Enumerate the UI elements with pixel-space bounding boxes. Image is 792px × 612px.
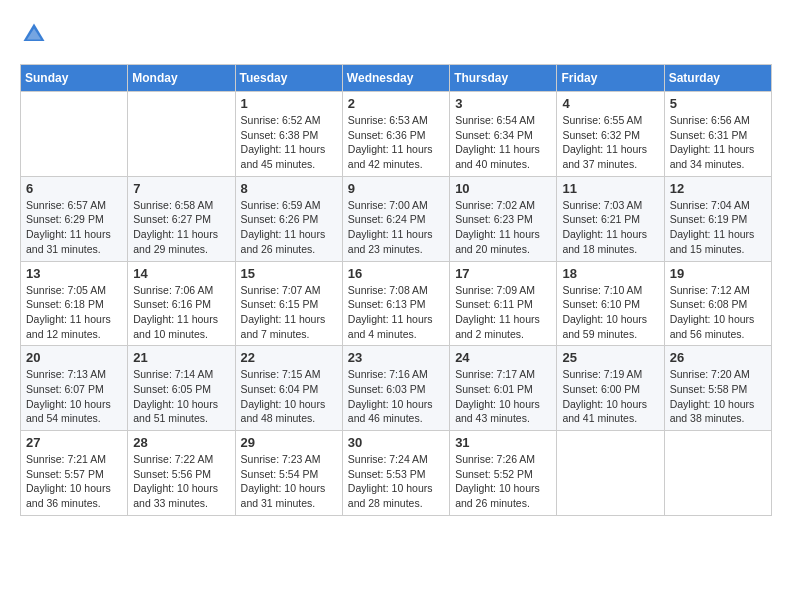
- calendar-cell: 18Sunrise: 7:10 AMSunset: 6:10 PMDayligh…: [557, 261, 664, 346]
- calendar-cell: 6Sunrise: 6:57 AMSunset: 6:29 PMDaylight…: [21, 176, 128, 261]
- day-info: Sunrise: 7:23 AMSunset: 5:54 PMDaylight:…: [241, 452, 337, 511]
- day-number: 24: [455, 350, 551, 365]
- calendar-cell: 10Sunrise: 7:02 AMSunset: 6:23 PMDayligh…: [450, 176, 557, 261]
- day-info: Sunrise: 7:09 AMSunset: 6:11 PMDaylight:…: [455, 283, 551, 342]
- day-of-week-header: Sunday: [21, 65, 128, 92]
- day-number: 3: [455, 96, 551, 111]
- day-number: 23: [348, 350, 444, 365]
- calendar-cell: 30Sunrise: 7:24 AMSunset: 5:53 PMDayligh…: [342, 431, 449, 516]
- calendar-cell: 1Sunrise: 6:52 AMSunset: 6:38 PMDaylight…: [235, 92, 342, 177]
- day-number: 12: [670, 181, 766, 196]
- day-info: Sunrise: 7:16 AMSunset: 6:03 PMDaylight:…: [348, 367, 444, 426]
- day-info: Sunrise: 7:02 AMSunset: 6:23 PMDaylight:…: [455, 198, 551, 257]
- day-number: 16: [348, 266, 444, 281]
- calendar-cell: 15Sunrise: 7:07 AMSunset: 6:15 PMDayligh…: [235, 261, 342, 346]
- day-info: Sunrise: 6:53 AMSunset: 6:36 PMDaylight:…: [348, 113, 444, 172]
- calendar-week-row: 20Sunrise: 7:13 AMSunset: 6:07 PMDayligh…: [21, 346, 772, 431]
- day-number: 20: [26, 350, 122, 365]
- day-number: 6: [26, 181, 122, 196]
- day-info: Sunrise: 7:06 AMSunset: 6:16 PMDaylight:…: [133, 283, 229, 342]
- calendar-cell: [21, 92, 128, 177]
- calendar-cell: 20Sunrise: 7:13 AMSunset: 6:07 PMDayligh…: [21, 346, 128, 431]
- day-number: 29: [241, 435, 337, 450]
- day-info: Sunrise: 7:17 AMSunset: 6:01 PMDaylight:…: [455, 367, 551, 426]
- page-header: [20, 20, 772, 48]
- day-info: Sunrise: 7:00 AMSunset: 6:24 PMDaylight:…: [348, 198, 444, 257]
- calendar-cell: 25Sunrise: 7:19 AMSunset: 6:00 PMDayligh…: [557, 346, 664, 431]
- day-number: 5: [670, 96, 766, 111]
- day-of-week-header: Wednesday: [342, 65, 449, 92]
- day-info: Sunrise: 7:03 AMSunset: 6:21 PMDaylight:…: [562, 198, 658, 257]
- day-number: 31: [455, 435, 551, 450]
- day-number: 14: [133, 266, 229, 281]
- day-of-week-header: Thursday: [450, 65, 557, 92]
- day-info: Sunrise: 7:10 AMSunset: 6:10 PMDaylight:…: [562, 283, 658, 342]
- day-number: 15: [241, 266, 337, 281]
- calendar-cell: 29Sunrise: 7:23 AMSunset: 5:54 PMDayligh…: [235, 431, 342, 516]
- day-info: Sunrise: 7:19 AMSunset: 6:00 PMDaylight:…: [562, 367, 658, 426]
- day-info: Sunrise: 7:20 AMSunset: 5:58 PMDaylight:…: [670, 367, 766, 426]
- day-info: Sunrise: 6:54 AMSunset: 6:34 PMDaylight:…: [455, 113, 551, 172]
- day-info: Sunrise: 7:05 AMSunset: 6:18 PMDaylight:…: [26, 283, 122, 342]
- day-number: 8: [241, 181, 337, 196]
- calendar-week-row: 1Sunrise: 6:52 AMSunset: 6:38 PMDaylight…: [21, 92, 772, 177]
- calendar-cell: 11Sunrise: 7:03 AMSunset: 6:21 PMDayligh…: [557, 176, 664, 261]
- calendar-cell: 3Sunrise: 6:54 AMSunset: 6:34 PMDaylight…: [450, 92, 557, 177]
- calendar-cell: 22Sunrise: 7:15 AMSunset: 6:04 PMDayligh…: [235, 346, 342, 431]
- calendar-cell: 13Sunrise: 7:05 AMSunset: 6:18 PMDayligh…: [21, 261, 128, 346]
- day-info: Sunrise: 6:52 AMSunset: 6:38 PMDaylight:…: [241, 113, 337, 172]
- day-of-week-header: Saturday: [664, 65, 771, 92]
- day-number: 9: [348, 181, 444, 196]
- day-info: Sunrise: 7:26 AMSunset: 5:52 PMDaylight:…: [455, 452, 551, 511]
- day-number: 4: [562, 96, 658, 111]
- day-info: Sunrise: 7:13 AMSunset: 6:07 PMDaylight:…: [26, 367, 122, 426]
- day-number: 11: [562, 181, 658, 196]
- logo: [20, 20, 52, 48]
- calendar-cell: 24Sunrise: 7:17 AMSunset: 6:01 PMDayligh…: [450, 346, 557, 431]
- day-number: 26: [670, 350, 766, 365]
- day-number: 21: [133, 350, 229, 365]
- calendar-cell: 16Sunrise: 7:08 AMSunset: 6:13 PMDayligh…: [342, 261, 449, 346]
- day-info: Sunrise: 7:14 AMSunset: 6:05 PMDaylight:…: [133, 367, 229, 426]
- calendar-header-row: SundayMondayTuesdayWednesdayThursdayFrid…: [21, 65, 772, 92]
- day-number: 2: [348, 96, 444, 111]
- day-info: Sunrise: 7:21 AMSunset: 5:57 PMDaylight:…: [26, 452, 122, 511]
- day-info: Sunrise: 7:15 AMSunset: 6:04 PMDaylight:…: [241, 367, 337, 426]
- day-info: Sunrise: 6:59 AMSunset: 6:26 PMDaylight:…: [241, 198, 337, 257]
- calendar-cell: [557, 431, 664, 516]
- day-number: 13: [26, 266, 122, 281]
- calendar-cell: 2Sunrise: 6:53 AMSunset: 6:36 PMDaylight…: [342, 92, 449, 177]
- day-of-week-header: Monday: [128, 65, 235, 92]
- calendar-cell: [128, 92, 235, 177]
- calendar-cell: 28Sunrise: 7:22 AMSunset: 5:56 PMDayligh…: [128, 431, 235, 516]
- calendar-cell: 4Sunrise: 6:55 AMSunset: 6:32 PMDaylight…: [557, 92, 664, 177]
- day-number: 17: [455, 266, 551, 281]
- calendar-cell: [664, 431, 771, 516]
- day-number: 7: [133, 181, 229, 196]
- calendar-cell: 9Sunrise: 7:00 AMSunset: 6:24 PMDaylight…: [342, 176, 449, 261]
- day-of-week-header: Tuesday: [235, 65, 342, 92]
- day-number: 27: [26, 435, 122, 450]
- day-info: Sunrise: 7:12 AMSunset: 6:08 PMDaylight:…: [670, 283, 766, 342]
- day-number: 30: [348, 435, 444, 450]
- day-info: Sunrise: 7:07 AMSunset: 6:15 PMDaylight:…: [241, 283, 337, 342]
- calendar-cell: 14Sunrise: 7:06 AMSunset: 6:16 PMDayligh…: [128, 261, 235, 346]
- calendar-cell: 17Sunrise: 7:09 AMSunset: 6:11 PMDayligh…: [450, 261, 557, 346]
- calendar-cell: 7Sunrise: 6:58 AMSunset: 6:27 PMDaylight…: [128, 176, 235, 261]
- calendar-week-row: 13Sunrise: 7:05 AMSunset: 6:18 PMDayligh…: [21, 261, 772, 346]
- calendar-week-row: 27Sunrise: 7:21 AMSunset: 5:57 PMDayligh…: [21, 431, 772, 516]
- calendar-table: SundayMondayTuesdayWednesdayThursdayFrid…: [20, 64, 772, 516]
- day-of-week-header: Friday: [557, 65, 664, 92]
- calendar-cell: 31Sunrise: 7:26 AMSunset: 5:52 PMDayligh…: [450, 431, 557, 516]
- day-info: Sunrise: 7:22 AMSunset: 5:56 PMDaylight:…: [133, 452, 229, 511]
- calendar-cell: 27Sunrise: 7:21 AMSunset: 5:57 PMDayligh…: [21, 431, 128, 516]
- day-info: Sunrise: 6:55 AMSunset: 6:32 PMDaylight:…: [562, 113, 658, 172]
- day-number: 18: [562, 266, 658, 281]
- day-info: Sunrise: 6:56 AMSunset: 6:31 PMDaylight:…: [670, 113, 766, 172]
- day-number: 19: [670, 266, 766, 281]
- day-info: Sunrise: 7:08 AMSunset: 6:13 PMDaylight:…: [348, 283, 444, 342]
- day-number: 1: [241, 96, 337, 111]
- day-info: Sunrise: 6:58 AMSunset: 6:27 PMDaylight:…: [133, 198, 229, 257]
- calendar-cell: 21Sunrise: 7:14 AMSunset: 6:05 PMDayligh…: [128, 346, 235, 431]
- calendar-cell: 19Sunrise: 7:12 AMSunset: 6:08 PMDayligh…: [664, 261, 771, 346]
